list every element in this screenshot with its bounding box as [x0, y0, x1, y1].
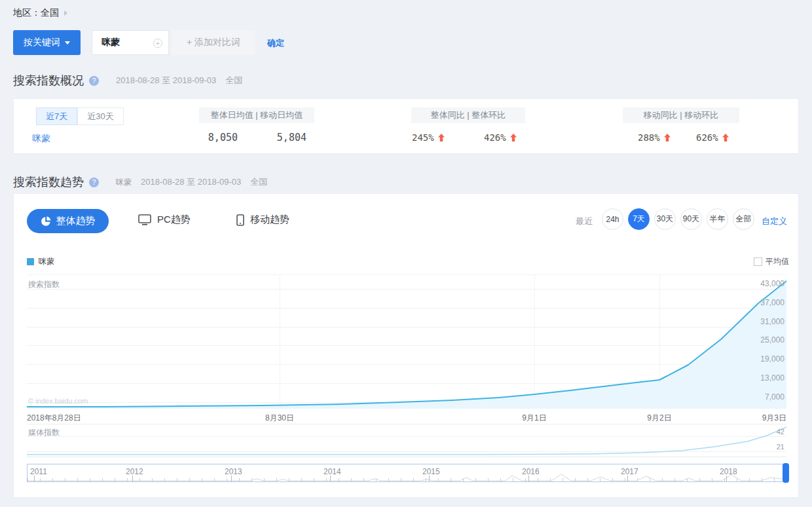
range-all-button[interactable]: 全部 [733, 208, 754, 230]
baidu-index-page: 地区： 全国 按关键词 + + 添加对比词 确定 搜索指数概况 ? 2018-0… [0, 0, 812, 507]
year-tick [231, 476, 232, 481]
range-label: 最近 [576, 216, 593, 227]
up-arrow-icon [510, 134, 517, 141]
y-tick: 19,000 [739, 354, 784, 364]
range-30d-button[interactable]: 30天 [654, 208, 676, 230]
overview-keyword-link[interactable]: 咪蒙 [32, 133, 50, 145]
y-tick: 7,000 [739, 392, 784, 402]
add-compare-button[interactable]: + 添加对比词 [172, 30, 255, 55]
search-index-chart: 搜索指数 © index.baidu.com 43,000 37,000 31,… [27, 274, 786, 408]
keyword-mode-button[interactable]: 按关键词 [13, 30, 81, 55]
y-tick: 37,000 [739, 298, 784, 307]
range-7d-button[interactable]: 7天 [628, 208, 650, 230]
watermark: © index.baidu.com [28, 397, 88, 405]
trend-header: 搜索指数趋势 ? 咪蒙 2018-08-28 至 2018-09-03 全国 [13, 174, 267, 190]
tab-overall-trend[interactable]: 整体趋势 [27, 209, 109, 233]
year-tick [726, 476, 727, 481]
mobile-mom-value: 626% [696, 132, 718, 143]
overall-mom-value: 426% [484, 132, 506, 143]
x-tick: 8月30日 [250, 413, 309, 424]
mobile-yoy-value: 288% [638, 132, 660, 143]
overview-period-tabs: 近7天 近30天 [36, 107, 124, 125]
slider-handle[interactable] [783, 463, 789, 483]
y-tick: 21 [758, 443, 784, 451]
y-tick: 25,000 [739, 335, 784, 345]
year-tick [34, 476, 35, 481]
trend-region: 全国 [250, 176, 267, 188]
breadcrumb[interactable]: 地区： 全国 [13, 7, 67, 19]
custom-range-link[interactable]: 自定义 [762, 216, 787, 227]
x-tick: 9月3日 [762, 413, 786, 424]
tab-mobile-trend-label: 移动趋势 [250, 214, 289, 226]
trend-date-range: 2018-08-28 至 2018-09-03 [141, 176, 241, 188]
range-90d-button[interactable]: 90天 [680, 208, 702, 230]
x-tick: 9月2日 [630, 413, 689, 424]
pie-chart-icon [41, 216, 51, 227]
legend-keyword-label: 咪蒙 [39, 256, 54, 267]
overview-title: 搜索指数概况 [13, 73, 84, 88]
column-group-mobile-compare: 移动同比 | 移动环比 [623, 107, 739, 123]
mobile-phone-icon [236, 214, 244, 226]
overall-daily-avg-value: 8,050 [184, 132, 238, 143]
media-index-line-chart [27, 424, 786, 457]
chevron-down-icon [65, 41, 70, 45]
year-tick [330, 476, 331, 481]
overall-yoy: 245% [412, 132, 445, 143]
y-tick: 31,000 [739, 317, 784, 326]
average-label: 平均值 [766, 256, 789, 267]
search-index-axis-label: 搜索指数 [28, 279, 60, 290]
timeline-range-slider[interactable]: 2011 2012 2013 2014 2015 2016 2017 2018 [27, 464, 788, 482]
trend-title: 搜索指数趋势 [13, 174, 84, 190]
average-toggle[interactable]: 平均值 [754, 256, 789, 267]
trend-card: 整体趋势 PC趋势 移动趋势 最近 24h 7天 30天 90天 半年 全部 自… [13, 193, 799, 498]
range-half-year-button[interactable]: 半年 [707, 208, 728, 230]
year-tick [429, 476, 430, 481]
overview-date-range: 2018-08-28 至 2018-09-03 [116, 75, 216, 86]
up-arrow-icon [664, 134, 671, 141]
overall-mom: 426% [484, 132, 517, 143]
up-arrow-icon [438, 134, 445, 141]
tab-pc-trend[interactable]: PC趋势 [138, 214, 191, 226]
column-group-overall-compare: 整体同比 | 整体环比 [411, 107, 525, 123]
overview-card: 近7天 近30天 整体日均值 | 移动日均值 整体同比 | 整体环比 移动同比 … [13, 98, 799, 154]
mobile-daily-avg-value: 5,804 [253, 132, 306, 143]
x-tick: 9月1日 [505, 413, 564, 424]
column-group-daily-avg: 整体日均值 | 移动日均值 [199, 107, 314, 123]
tab-pc-trend-label: PC趋势 [157, 214, 191, 226]
year-tick [627, 476, 628, 481]
keyword-mode-label: 按关键词 [24, 37, 60, 48]
x-tick: 2018年8月28日 [27, 413, 81, 424]
tab-overall-trend-label: 整体趋势 [56, 215, 96, 227]
y-tick: 42 [758, 428, 784, 436]
help-icon[interactable]: ? [89, 178, 99, 187]
media-index-axis-label: 媒体指数 [28, 427, 60, 438]
average-checkbox[interactable] [754, 257, 762, 266]
year-tick [132, 476, 133, 481]
mobile-mom: 626% [696, 132, 729, 143]
timeline-minor-ticks [28, 478, 788, 481]
mobile-yoy: 288% [638, 132, 671, 143]
keyword-input-wrap: + [92, 30, 169, 55]
region-label: 地区： [13, 7, 41, 19]
tab-last-30-days[interactable]: 近30天 [77, 107, 123, 125]
overall-yoy-value: 245% [412, 132, 434, 143]
confirm-button[interactable]: 确定 [267, 37, 284, 49]
up-arrow-icon [722, 134, 729, 141]
help-icon[interactable]: ? [89, 76, 99, 86]
chevron-right-icon [64, 10, 67, 16]
plus-circle-icon[interactable]: + [153, 39, 162, 48]
series-legend: 咪蒙 [27, 256, 54, 267]
x-axis: 2018年8月28日 8月30日 9月1日 9月2日 9月3日 [27, 410, 786, 424]
range-24h-button[interactable]: 24h [602, 208, 623, 230]
tab-last-7-days[interactable]: 近7天 [36, 107, 77, 125]
legend-swatch [27, 258, 34, 265]
tab-mobile-trend[interactable]: 移动趋势 [236, 214, 289, 226]
monitor-icon [138, 214, 151, 225]
overview-region: 全国 [225, 75, 242, 86]
search-index-line-chart [27, 275, 786, 409]
media-index-chart: 媒体指数 42 21 [27, 424, 786, 457]
trend-keyword: 咪蒙 [116, 177, 132, 188]
overview-header: 搜索指数概况 ? 2018-08-28 至 2018-09-03 全国 [13, 73, 242, 88]
region-value[interactable]: 全国 [41, 7, 59, 19]
year-tick [528, 476, 529, 481]
